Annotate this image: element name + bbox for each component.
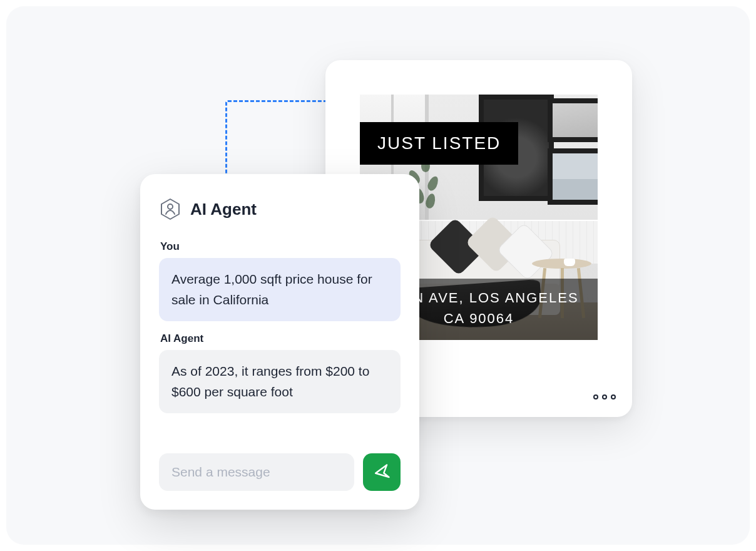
agent-message: As of 2023, it ranges from $200 to $600 …	[159, 350, 401, 413]
composer	[159, 453, 401, 491]
listing-badge: JUST LISTED	[360, 122, 518, 165]
chat-header: AI Agent	[159, 198, 401, 220]
user-label: You	[160, 240, 401, 253]
ai-agent-icon	[159, 198, 181, 220]
message-input[interactable]	[159, 453, 354, 491]
canvas: JUST LISTED NDON AVE, LOS ANGELES CA 900…	[6, 6, 750, 545]
svg-point-1	[168, 204, 173, 209]
send-button[interactable]	[363, 453, 401, 491]
chat-card: AI Agent You Average 1,000 sqft price ho…	[140, 174, 419, 510]
more-options-button[interactable]	[593, 394, 616, 399]
user-message: Average 1,000 sqft price house for sale …	[159, 258, 401, 321]
agent-label: AI Agent	[160, 332, 401, 345]
send-icon	[373, 463, 391, 481]
chat-title: AI Agent	[190, 200, 257, 219]
